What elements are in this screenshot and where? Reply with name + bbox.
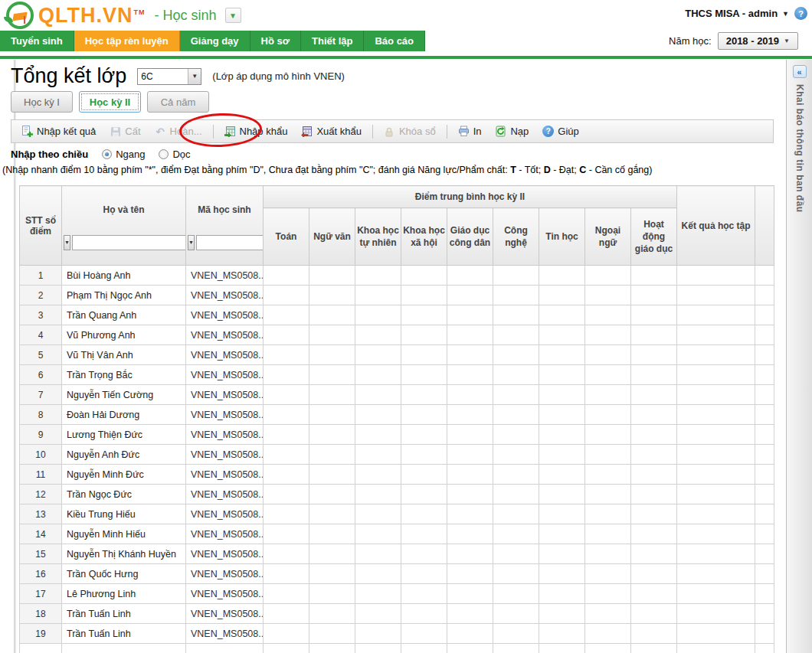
expand-panel-button[interactable]: « <box>793 65 807 78</box>
score-cell-ngu-van[interactable] <box>309 445 355 465</box>
student-name-cell[interactable]: Nguyễn Anh Đức <box>62 445 186 465</box>
score-cell-gdcd[interactable] <box>447 465 493 485</box>
help-button[interactable]: ? Giúp <box>537 123 584 139</box>
score-cell-hdgd[interactable] <box>631 604 677 624</box>
score-cell-toan[interactable] <box>264 305 309 325</box>
score-cell-khxh[interactable] <box>401 485 447 504</box>
score-cell-ngoai-ngu[interactable] <box>585 286 631 305</box>
score-cell-gdcd[interactable] <box>447 345 493 365</box>
student-name-cell[interactable]: Vũ Thị Vân Anh <box>62 345 186 365</box>
score-cell-gdcd[interactable] <box>447 524 493 544</box>
score-cell-khtn[interactable] <box>355 305 401 325</box>
score-cell-ngu-van[interactable] <box>309 485 355 504</box>
student-code-cell[interactable]: VNEN_MS0508... <box>186 485 264 504</box>
score-cell-ngu-van[interactable] <box>309 266 355 286</box>
score-cell-khxh[interactable] <box>401 345 447 365</box>
student-name-cell[interactable]: Vũ Phương Anh <box>62 325 186 345</box>
result-cell[interactable] <box>677 425 755 445</box>
score-cell-hdgd[interactable] <box>631 465 677 485</box>
score-cell-hdgd[interactable] <box>631 624 677 644</box>
score-cell-ngu-van[interactable] <box>309 325 355 345</box>
score-cell-khxh[interactable] <box>401 305 447 325</box>
student-code-cell[interactable]: VNEN_MS0508... <box>186 465 264 485</box>
student-code-cell[interactable]: VNEN_MS0508... <box>186 345 264 365</box>
score-cell-ngu-van[interactable] <box>309 584 355 604</box>
score-cell-gdcd[interactable] <box>447 365 493 385</box>
score-cell-ngoai-ngu[interactable] <box>585 305 631 325</box>
score-cell-toan[interactable] <box>264 286 309 305</box>
lock-button[interactable]: Khóa sổ <box>378 123 441 139</box>
result-cell[interactable] <box>677 564 755 584</box>
class-select[interactable]: 6C ▼ <box>137 68 201 85</box>
logo[interactable]: QLTH.VNTM - Học sinh ▼ <box>6 2 241 29</box>
score-cell-cong-nghe[interactable] <box>493 564 539 584</box>
school-year-select[interactable]: 2018 - 2019▼ <box>718 32 798 50</box>
score-cell-tin-hoc[interactable] <box>539 445 585 465</box>
score-cell-toan[interactable] <box>264 524 309 544</box>
student-name-cell[interactable]: Lê Phương Linh <box>62 584 186 604</box>
result-cell[interactable] <box>677 325 755 345</box>
score-cell-toan[interactable] <box>264 425 309 445</box>
student-code-cell[interactable]: VNEN_MS0508... <box>186 604 264 624</box>
score-cell-ngu-van[interactable] <box>309 385 355 405</box>
result-cell[interactable] <box>677 266 755 286</box>
student-code-cell[interactable]: VNEN_MS0508... <box>186 405 264 425</box>
score-cell-ngoai-ngu[interactable] <box>585 624 631 644</box>
score-cell-gdcd[interactable] <box>447 385 493 405</box>
student-name-cell[interactable]: Nguyễn Minh Hiếu <box>62 524 186 544</box>
score-cell-ngoai-ngu[interactable] <box>585 365 631 385</box>
score-cell-gdcd[interactable] <box>447 624 493 644</box>
sidebar-panel-title[interactable]: Khai báo thông tin ban đầu <box>794 84 805 213</box>
score-cell-tin-hoc[interactable] <box>539 425 585 445</box>
score-cell-ngu-van[interactable] <box>309 365 355 385</box>
undo-button[interactable]: ↶ Hoàn... <box>149 123 208 139</box>
score-cell-khxh[interactable] <box>401 544 447 564</box>
score-cell-ngoai-ngu[interactable] <box>585 524 631 544</box>
score-cell-khtn[interactable] <box>355 286 401 305</box>
student-code-cell[interactable]: VNEN_MS0508... <box>186 425 264 445</box>
student-name-cell[interactable]: Nguyễn Tiến Cường <box>62 385 186 405</box>
student-code-cell[interactable]: VNEN_MS0508... <box>186 266 264 286</box>
score-cell-cong-nghe[interactable] <box>493 385 539 405</box>
score-cell-khtn[interactable] <box>355 624 401 644</box>
result-cell[interactable] <box>677 365 755 385</box>
result-cell[interactable] <box>677 504 755 524</box>
result-cell[interactable] <box>677 405 755 425</box>
score-cell-tin-hoc[interactable] <box>539 465 585 485</box>
score-cell-hdgd[interactable] <box>631 584 677 604</box>
score-cell-tin-hoc[interactable] <box>539 325 585 345</box>
score-cell-gdcd[interactable] <box>447 564 493 584</box>
score-cell-cong-nghe[interactable] <box>493 544 539 564</box>
score-cell-khxh[interactable] <box>401 524 447 544</box>
score-cell-ngoai-ngu[interactable] <box>585 405 631 425</box>
code-filter-dropdown[interactable]: ▼ <box>188 235 195 250</box>
student-name-cell[interactable]: Trần Tuấn Linh <box>62 604 186 624</box>
score-cell-tin-hoc[interactable] <box>539 524 585 544</box>
score-cell-gdcd[interactable] <box>447 425 493 445</box>
score-cell-hdgd[interactable] <box>631 445 677 465</box>
score-cell-tin-hoc[interactable] <box>539 504 585 524</box>
student-name-cell[interactable]: Lương Thiện Đức <box>62 425 186 445</box>
score-cell-ngu-van[interactable] <box>309 504 355 524</box>
score-cell-khtn[interactable] <box>355 584 401 604</box>
score-cell-gdcd[interactable] <box>447 405 493 425</box>
score-cell-khtn[interactable] <box>355 405 401 425</box>
result-cell[interactable] <box>677 584 755 604</box>
score-cell-khxh[interactable] <box>401 286 447 305</box>
score-cell-gdcd[interactable] <box>447 266 493 286</box>
score-cell-hdgd[interactable] <box>631 345 677 365</box>
tab-ca-nam[interactable]: Cả năm <box>147 91 209 113</box>
score-cell-khtn[interactable] <box>355 604 401 624</box>
score-cell-gdcd[interactable] <box>447 445 493 465</box>
score-cell-ngoai-ngu[interactable] <box>585 325 631 345</box>
score-cell-tin-hoc[interactable] <box>539 365 585 385</box>
result-cell[interactable] <box>677 385 755 405</box>
score-cell-khxh[interactable] <box>401 325 447 345</box>
score-cell-hdgd[interactable] <box>631 365 677 385</box>
score-cell-tin-hoc[interactable] <box>539 624 585 644</box>
score-cell-tin-hoc[interactable] <box>539 345 585 365</box>
score-cell-toan[interactable] <box>264 465 309 485</box>
student-code-cell[interactable]: VNEN_MS0508... <box>186 504 264 524</box>
score-cell-tin-hoc[interactable] <box>539 385 585 405</box>
score-cell-hdgd[interactable] <box>631 385 677 405</box>
